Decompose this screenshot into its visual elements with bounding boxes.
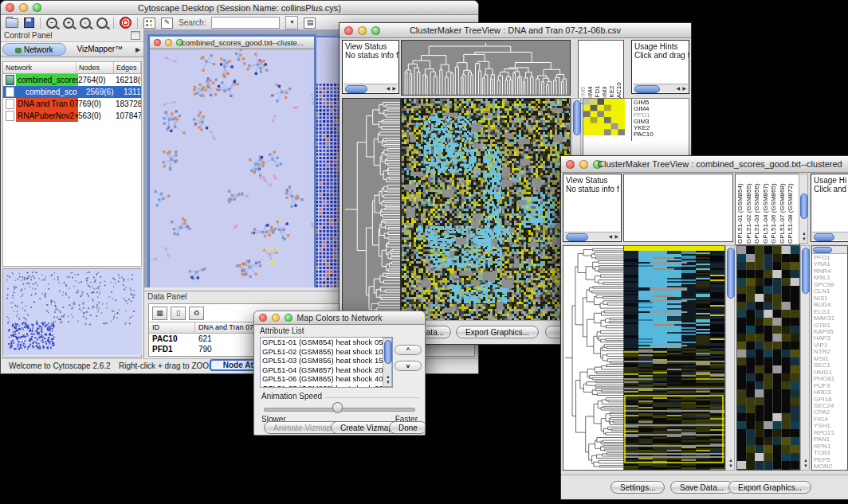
vizmapper-icon[interactable] xyxy=(143,18,155,29)
tv2-genes-hscrollbar[interactable] xyxy=(812,246,847,254)
scrollbar-thumb[interactable] xyxy=(813,247,832,253)
scrollbar-thumb[interactable] xyxy=(802,248,810,294)
tv1-column-dendrogram-canvas[interactable] xyxy=(401,40,571,96)
tv2-column-label[interactable]: GPL51-07 (GSM868) xyxy=(779,175,787,244)
scrollbar-thumb[interactable] xyxy=(634,85,660,93)
tv1-column-label[interactable]: GIM3 xyxy=(601,41,608,102)
tv2-column-label[interactable]: GPL51-04 (GSM857) xyxy=(762,175,771,244)
export-graphics-button[interactable]: Export Graphics... xyxy=(456,326,539,338)
attribute-list-item[interactable]: GPL51-06 (GSM865) heat shock 40 min xyxy=(262,374,392,384)
tv2-usage-hints-panel: Usage HiClick and xyxy=(811,174,848,242)
toolbar-separator xyxy=(40,18,41,29)
move-up-button[interactable]: ^ xyxy=(395,345,422,355)
zoom-out-icon[interactable]: − xyxy=(46,18,57,29)
tv2-column-label[interactable]: GPL51-08 (GSM872) xyxy=(787,175,795,244)
dialog-titlebar[interactable]: Map Colors to Network xyxy=(254,311,425,325)
tv1-hints-hscrollbar[interactable]: ◀▶ xyxy=(633,84,688,92)
attribute-table-icon[interactable]: ▦ xyxy=(152,307,167,320)
search-input[interactable] xyxy=(211,17,280,29)
tab-network[interactable]: Network xyxy=(2,43,66,56)
treeview2-titlebar[interactable]: ClusterMaker TreeView : combined_scores_… xyxy=(561,156,848,173)
birdseye-canvas[interactable] xyxy=(3,269,142,355)
attribute-list-vscrollbar[interactable]: ▲▼ xyxy=(383,338,392,387)
attribute-list-item[interactable]: GPL51-02 (GSM855) heat shock 10 min xyxy=(262,347,392,357)
tv2-hints-hscrollbar[interactable] xyxy=(812,232,848,240)
new-attribute-icon[interactable]: ▯ xyxy=(171,307,186,320)
export-graphics-button[interactable]: Export Graphics... xyxy=(728,481,811,494)
scrollbar-thumb[interactable] xyxy=(800,193,808,219)
treeview2-title: ClusterMaker TreeView : combined_scores_… xyxy=(598,159,848,169)
done-button[interactable]: Done xyxy=(389,421,426,434)
network-list-row[interactable]: combined_scores 2764(0) 16218(0) xyxy=(3,74,141,86)
network-list-row[interactable]: RNAPuberNov2+ 563(0) 107847(0) xyxy=(3,110,141,122)
minimize-icon[interactable] xyxy=(579,160,588,169)
tv2-heatmap-canvas[interactable] xyxy=(623,245,725,471)
scrollbar-thumb[interactable] xyxy=(345,85,367,93)
animate-vizmap-button[interactable]: Animate Vizmap xyxy=(264,421,341,434)
delete-attribute-icon[interactable]: ♻ xyxy=(189,307,204,320)
network-list-row[interactable]: DNA and Tran 07 769(0) 183728(0) xyxy=(3,98,141,110)
tv1-column-label[interactable]: GIM5 xyxy=(579,41,587,102)
attribute-list-label: Attribute List xyxy=(260,326,304,335)
tv2-column-tree-panel[interactable] xyxy=(623,174,733,242)
tv1-column-label[interactable]: PFD1 xyxy=(594,41,601,102)
tv2-heatmap-vscrollbar[interactable]: ▲▼ xyxy=(725,245,735,471)
network-list-row[interactable]: combined_sco 2569(6) 13112(15) xyxy=(3,86,141,98)
tv1-row-label[interactable]: PAC10 xyxy=(634,131,691,138)
scrollbar-thumb[interactable] xyxy=(727,248,735,299)
tv2-zoom-vscrollbar[interactable]: ▲▼ xyxy=(800,245,810,471)
attribute-list-item[interactable]: GPL51-04 (GSM857) heat shock 20 min xyxy=(262,365,392,375)
scrollbar-thumb[interactable] xyxy=(384,340,392,364)
save-data-button[interactable]: Save Data... xyxy=(670,481,733,494)
tv1-column-label[interactable]: GIM4 xyxy=(587,41,594,102)
tv1-row-dendrogram-canvas[interactable] xyxy=(342,98,401,321)
tv2-column-label[interactable]: GPL51-02 (GSM855) xyxy=(745,175,754,244)
help-lifesaver-icon[interactable] xyxy=(120,17,132,29)
zoom-in-icon[interactable]: + xyxy=(63,18,74,29)
zoom-fit-icon[interactable] xyxy=(96,18,108,29)
close-icon[interactable] xyxy=(154,39,161,46)
tv2-gene-labels: PFD1YRA1RNR4MSL1SPC98CLN1NIS1BUD4ELG1MAK… xyxy=(812,254,847,471)
tv2-gene-label[interactable]: MON2 xyxy=(814,463,847,470)
scrollbar-thumb[interactable] xyxy=(573,100,581,135)
scrollbar-thumb[interactable] xyxy=(814,233,834,241)
tv1-heatmap-canvas[interactable] xyxy=(401,98,571,321)
attribute-list-item[interactable]: GPL51-07 (GSM868) heat shock 60 min xyxy=(262,384,392,389)
tv2-status-hscrollbar[interactable]: ◀▶ xyxy=(564,232,620,240)
scrollbar-thumb[interactable] xyxy=(566,233,588,241)
table-edit-icon[interactable]: ▤ xyxy=(304,18,316,29)
tv2-column-label[interactable]: GPL51-06 (GSM865) xyxy=(770,175,779,244)
open-file-icon[interactable] xyxy=(6,18,18,28)
tv2-column-label[interactable]: GPL51-01 (GSM854) xyxy=(736,175,745,244)
tv1-column-label[interactable]: PAC10 xyxy=(615,41,622,102)
zoom-selected-icon[interactable]: ▫ xyxy=(80,18,91,29)
main-window-titlebar[interactable]: Cytoscape Desktop (Session Name: collins… xyxy=(1,1,478,15)
attribute-list-item[interactable]: GPL51-03 (GSM856) heat shock 15 min xyxy=(262,356,392,365)
network-doc-icon xyxy=(6,99,14,109)
tv2-row-dendrogram-canvas[interactable] xyxy=(563,245,625,471)
attribute-list-item[interactable]: GPL51-01 (GSM854) heat shock 05 min xyxy=(262,338,392,347)
tab-vizmapper[interactable]: VizMapper™ xyxy=(69,43,132,56)
minimize-icon[interactable] xyxy=(165,39,172,46)
dialog-title: Map Colors to Network xyxy=(254,313,425,322)
move-down-button[interactable]: v xyxy=(395,361,422,371)
settings-button[interactable]: Settings... xyxy=(610,481,665,494)
tv2-collabels-vscrollbar[interactable]: ▲▼ xyxy=(799,174,808,244)
tv1-status-hscrollbar[interactable]: ◀▶ xyxy=(344,84,398,92)
birdseye-view[interactable] xyxy=(2,268,142,357)
tabs-overflow-arrow[interactable]: ▶ xyxy=(132,46,143,53)
search-dropdown-button[interactable]: ▼ xyxy=(285,16,298,29)
close-icon[interactable] xyxy=(566,160,575,169)
network-list-header[interactable]: Network Nodes Edges xyxy=(3,62,141,74)
network-doc-icon xyxy=(6,87,14,97)
float-panel-icon[interactable] xyxy=(131,31,140,40)
tv2-column-label[interactable]: GPL51-03 (GSM856) xyxy=(753,175,762,244)
save-icon[interactable] xyxy=(24,18,34,28)
network-frame-titlebar[interactable]: combined_scores_good.txt--cluste... xyxy=(150,37,314,49)
annotation-icon[interactable]: ✎ xyxy=(161,18,173,29)
tv2-zoom-heatmap-canvas[interactable] xyxy=(736,245,800,471)
network-view-canvas[interactable] xyxy=(150,49,314,287)
tv1-zoom-heatmap-canvas[interactable] xyxy=(583,99,625,135)
tv1-column-label[interactable]: YKE2 xyxy=(608,41,615,102)
treeview1-titlebar[interactable]: ClusterMaker TreeView : DNA and Tran 07-… xyxy=(340,23,691,38)
